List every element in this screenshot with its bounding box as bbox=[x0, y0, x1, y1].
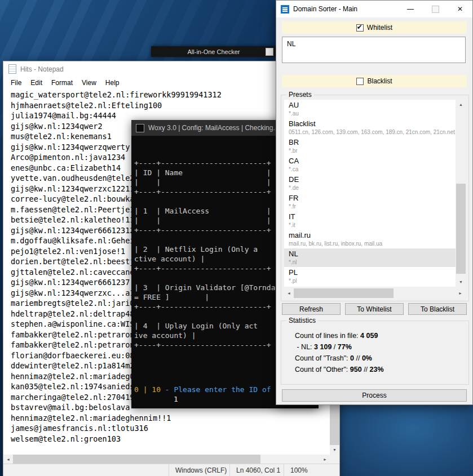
preset-name: Blacklist bbox=[289, 119, 451, 128]
sorter-titlebar[interactable]: Domain Sorter - Main — ✕ bbox=[276, 1, 472, 17]
preset-name: CA bbox=[289, 157, 451, 166]
whitelist-textbox[interactable]: NL bbox=[282, 37, 466, 63]
menu-file[interactable]: File bbox=[6, 79, 26, 87]
preset-name: DE bbox=[289, 175, 451, 184]
notepad-icon bbox=[8, 64, 16, 74]
sorter-caption-buttons: — ✕ bbox=[398, 1, 472, 17]
preset-item[interactable]: AU*.au bbox=[284, 100, 456, 118]
status-spacer bbox=[3, 464, 169, 476]
notepad-statusbar: Windows (CRLF) Ln 4060, Col 1 100% bbox=[3, 464, 339, 476]
close-icon[interactable]: ✕ bbox=[448, 1, 472, 17]
menu-view[interactable]: View bbox=[77, 79, 101, 87]
preset-name: NL bbox=[289, 250, 451, 259]
statistics-groupbox: Statistics Count of lines in file: 4 059… bbox=[281, 321, 469, 385]
vertical-scroll-thumb[interactable] bbox=[456, 184, 466, 273]
console-title: Woxy 3.0 | Config: MailAccess | Checking… bbox=[148, 124, 279, 132]
checker-window-title: All-in-One Checker bbox=[188, 48, 240, 55]
preset-name: mail.ru bbox=[289, 231, 451, 240]
preset-domains: *.ca bbox=[289, 166, 451, 173]
preset-item[interactable]: IT*.it bbox=[284, 211, 456, 230]
preset-name: PL bbox=[289, 268, 451, 277]
preset-domains: *.br bbox=[289, 147, 451, 154]
statistic-row: Count of "Other": 950 // 23% bbox=[295, 364, 468, 375]
blacklist-checkbox[interactable] bbox=[356, 78, 364, 85]
console-log-segment: - Please enter the ID of bbox=[165, 385, 271, 394]
preset-name: BR bbox=[289, 138, 451, 147]
presets-vertical-scrollbar[interactable]: ▲ ▼ bbox=[456, 100, 466, 287]
preset-name: AU bbox=[289, 101, 451, 110]
preset-item[interactable]: FR*.fr bbox=[284, 193, 456, 211]
whitelist-panel: ✔ Whitelist bbox=[282, 21, 467, 34]
scroll-up-icon[interactable]: ▲ bbox=[456, 100, 466, 109]
sorter-title: Domain Sorter - Main bbox=[293, 5, 357, 13]
menu-format[interactable]: Format bbox=[47, 79, 77, 87]
scroll-left-icon[interactable]: ◄ bbox=[3, 455, 13, 464]
sorter-buttons: RefreshTo WhitelistTo Blacklist bbox=[282, 303, 467, 315]
preset-domains: *.au bbox=[289, 110, 451, 117]
scrollbar-corner bbox=[330, 455, 339, 464]
console-icon bbox=[136, 124, 144, 132]
button-to-blacklist[interactable]: To Blacklist bbox=[408, 303, 467, 315]
preset-item[interactable]: NL*.nl bbox=[284, 248, 456, 267]
console-log-segment: 0 | 10 bbox=[134, 385, 165, 394]
preset-domains: *.pl bbox=[289, 277, 451, 284]
checker-window-titlebar[interactable]: All-in-One Checker bbox=[151, 46, 276, 57]
checker-minimize-button[interactable] bbox=[266, 48, 273, 56]
preset-name: FR bbox=[289, 194, 451, 203]
preset-item[interactable]: PL*.pl bbox=[284, 267, 456, 286]
button-to-whitelist[interactable]: To Whitelist bbox=[345, 303, 404, 315]
statistic-row: Count of "Trash": 0 // 0% bbox=[295, 353, 468, 364]
scroll-right-icon[interactable]: ► bbox=[456, 288, 465, 298]
domain-sorter-window: Domain Sorter - Main — ✕ ✔ Whitelist NL … bbox=[276, 0, 473, 405]
status-cursor-position: Ln 4060, Col 1 bbox=[229, 464, 284, 476]
scroll-left-icon[interactable]: ◄ bbox=[284, 288, 294, 298]
credential-line: welsem@tele2.nl:groen103 bbox=[11, 434, 330, 444]
desktop: All-in-One Checker Hits - Notepad — ☐ ✕ … bbox=[0, 0, 473, 476]
preset-item[interactable]: BR*.br bbox=[284, 137, 456, 155]
horizontal-scroll-thumb[interactable] bbox=[13, 455, 260, 464]
preset-item[interactable]: CA*.ca bbox=[284, 155, 456, 174]
button-refresh[interactable]: Refresh bbox=[282, 303, 341, 315]
presets-list[interactable]: AU*.auBlacklist0511.cn, 126.com, 139.com… bbox=[284, 100, 456, 287]
notepad-horizontal-scrollbar[interactable]: ◄ ► bbox=[3, 455, 330, 464]
horizontal-scroll-thumb[interactable] bbox=[294, 288, 394, 298]
preset-domains: mail.ru, bk.ru, list.ru, inbox.ru, mail.… bbox=[289, 240, 451, 247]
blacklist-label: Blacklist bbox=[367, 77, 392, 85]
scroll-down-icon[interactable]: ▼ bbox=[330, 445, 339, 455]
presets-label: Presets bbox=[286, 91, 314, 99]
preset-domains: *.nl bbox=[289, 259, 451, 266]
whitelist-label: Whitelist bbox=[367, 24, 392, 32]
credential-line: james@jamesfrancis.nl:tlotu316 bbox=[11, 423, 330, 434]
status-zoom: 100% bbox=[284, 464, 339, 476]
preset-item[interactable]: Blacklist0511.cn, 126.com, 139.com, 163.… bbox=[284, 118, 456, 137]
preset-domains: 0511.cn, 126.com, 139.com, 163.com, 189.… bbox=[289, 128, 451, 136]
maximize-icon[interactable] bbox=[423, 1, 448, 17]
statistics-rows: Count of lines in file: 4 059 - NL: 3 10… bbox=[281, 321, 468, 375]
presets-groupbox: Presets AU*.auBlacklist0511.cn, 126.com,… bbox=[281, 95, 469, 301]
preset-domains: *.de bbox=[289, 184, 451, 192]
preset-item[interactable]: DE*.de bbox=[284, 174, 456, 193]
menu-edit[interactable]: Edit bbox=[26, 79, 47, 87]
scroll-right-icon[interactable]: ► bbox=[320, 455, 330, 464]
statistics-label: Statistics bbox=[286, 317, 318, 324]
process-button[interactable]: Process bbox=[282, 389, 467, 402]
maximize-box bbox=[432, 6, 439, 13]
credential-line: hennimaz@tele2.nl:mariadeghennim!!1 bbox=[11, 413, 330, 424]
preset-name: IT bbox=[289, 212, 451, 221]
notepad-title: Hits - Notepad bbox=[20, 65, 64, 73]
minimize-icon[interactable]: — bbox=[398, 1, 423, 17]
preset-domains: *.fr bbox=[289, 203, 451, 210]
statistic-row: - NL: 3 109 / 77% bbox=[295, 341, 468, 353]
whitelist-checkbox[interactable]: ✔ bbox=[356, 24, 364, 32]
preset-item[interactable]: mail.rumail.ru, bk.ru, list.ru, inbox.ru… bbox=[284, 230, 456, 248]
status-encoding: Windows (CRLF) bbox=[169, 464, 229, 476]
check-icon: ✔ bbox=[357, 24, 363, 31]
preset-domains: *.it bbox=[289, 221, 451, 229]
scroll-down-icon[interactable]: ▼ bbox=[456, 277, 466, 287]
menu-help[interactable]: Help bbox=[101, 79, 124, 87]
domain-sorter-icon bbox=[281, 5, 289, 14]
presets-horizontal-scrollbar[interactable]: ◄ ► bbox=[284, 288, 465, 298]
statistic-row: Count of lines in file: 4 059 bbox=[295, 330, 468, 341]
blacklist-panel: Blacklist bbox=[282, 75, 467, 87]
